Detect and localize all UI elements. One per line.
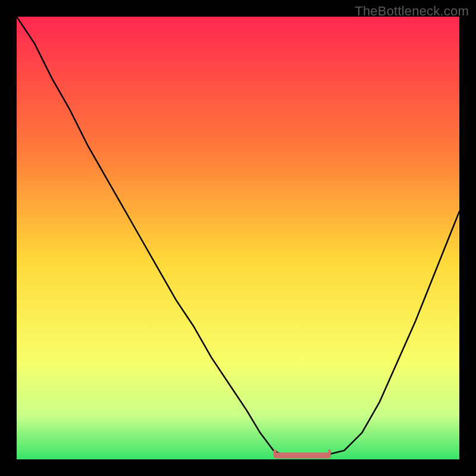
svg-rect-0 (274, 453, 331, 459)
plot-area (17, 17, 459, 459)
gradient-background (17, 17, 459, 459)
chart-svg (17, 17, 459, 459)
svg-rect-1 (274, 450, 277, 455)
watermark-text: TheBottleneck.com (355, 4, 469, 19)
svg-rect-2 (328, 450, 331, 455)
chart-frame: TheBottleneck.com (0, 0, 476, 476)
